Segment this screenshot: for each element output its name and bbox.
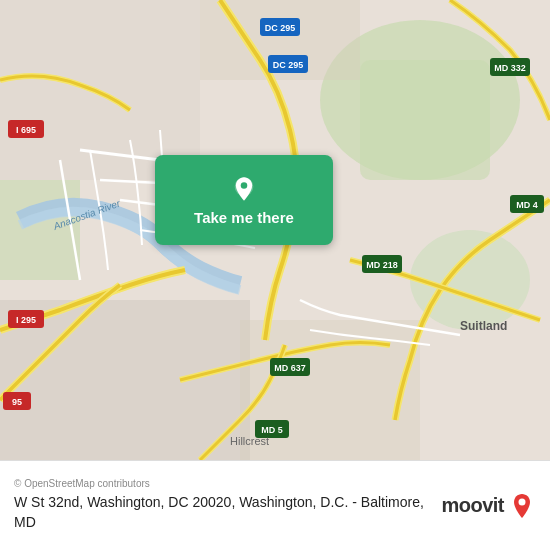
svg-text:MD 218: MD 218 bbox=[366, 260, 398, 270]
map-container: DC 295 DC 295 MD 332 I 695 MD 218 MD 637… bbox=[0, 0, 550, 460]
svg-text:DC 295: DC 295 bbox=[273, 60, 304, 70]
take-me-there-button[interactable]: Take me there bbox=[155, 155, 333, 245]
svg-text:I 695: I 695 bbox=[16, 125, 36, 135]
svg-text:95: 95 bbox=[12, 397, 22, 407]
svg-rect-2 bbox=[360, 60, 490, 180]
svg-point-34 bbox=[519, 498, 526, 505]
svg-text:MD 637: MD 637 bbox=[274, 363, 306, 373]
svg-text:MD 5: MD 5 bbox=[261, 425, 283, 435]
moovit-logo: moovit bbox=[441, 492, 536, 520]
moovit-brand-text: moovit bbox=[441, 494, 504, 517]
svg-rect-4 bbox=[0, 180, 80, 280]
svg-text:MD 4: MD 4 bbox=[516, 200, 538, 210]
svg-text:DC 295: DC 295 bbox=[265, 23, 296, 33]
take-me-there-label: Take me there bbox=[194, 209, 294, 226]
location-pin-icon bbox=[230, 175, 258, 203]
svg-text:MD 332: MD 332 bbox=[494, 63, 526, 73]
svg-text:I 295: I 295 bbox=[16, 315, 36, 325]
svg-text:Suitland: Suitland bbox=[460, 319, 507, 333]
moovit-pin-icon bbox=[508, 492, 536, 520]
copyright-text: © OpenStreetMap contributors bbox=[14, 478, 441, 489]
footer: © OpenStreetMap contributors W St 32nd, … bbox=[0, 460, 550, 550]
svg-text:Hillcrest: Hillcrest bbox=[230, 435, 269, 447]
address-text: W St 32nd, Washington, DC 20020, Washing… bbox=[14, 493, 441, 532]
svg-point-33 bbox=[241, 182, 248, 189]
footer-text-block: © OpenStreetMap contributors W St 32nd, … bbox=[14, 478, 441, 532]
